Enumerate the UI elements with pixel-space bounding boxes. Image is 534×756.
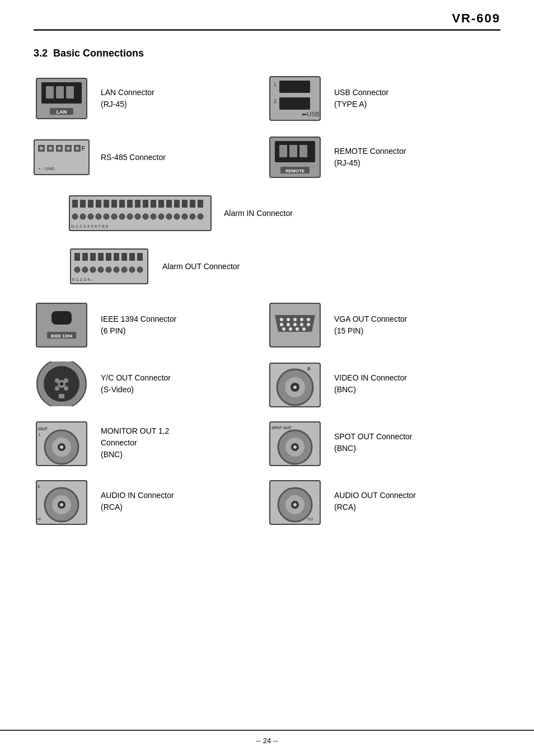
svg-text:F: F	[82, 145, 85, 152]
connector-row-1: LAN LAN Connector (RJ-45) 1 2 ⬅U	[34, 76, 500, 121]
svg-point-82	[98, 267, 104, 273]
lan-connector-svg: LAN	[36, 78, 87, 119]
svg-point-57	[119, 214, 125, 219]
connector-pair-audio-in: C AI AUDIO IN Connector (RCA)	[34, 479, 267, 524]
svg-point-66	[190, 214, 195, 219]
svg-text:9: 9	[307, 366, 310, 372]
connector-pair-usb: 1 2 ⬅USB USB Connector (TYPE A)	[267, 76, 500, 121]
connector-row-5: OUT 1 MONITOR OUT 1,2 Connector (BNC)	[34, 420, 500, 465]
audio-out-name: AUDIO OUT Connector	[334, 490, 424, 501]
svg-rect-75	[114, 253, 119, 261]
svg-rect-4	[66, 86, 74, 98]
ieee-name: IEEE 1394 Connector	[101, 313, 190, 325]
svg-point-143	[60, 503, 63, 506]
svg-text:IEEE 1394: IEEE 1394	[51, 334, 73, 339]
video-in-name: VIDEO IN Connector	[334, 372, 424, 384]
svg-point-97	[293, 318, 297, 321]
alarm-in-image: G 1 2 3 4 5 6 7 8 9	[67, 191, 213, 236]
audio-out-connector-svg: OU	[269, 478, 321, 525]
video-in-connector-svg: 9	[269, 360, 321, 408]
svg-point-136	[293, 445, 297, 449]
svg-text:+  -  GND: + - GND	[38, 166, 55, 171]
svg-point-61	[151, 214, 156, 219]
svg-rect-40	[119, 200, 125, 208]
svg-rect-29	[289, 145, 297, 157]
svg-rect-49	[190, 200, 195, 208]
connector-pair-yc: Y/C OUT Connector (S-Video)	[34, 361, 267, 406]
svg-text:LAN: LAN	[57, 109, 67, 115]
svg-point-96	[287, 318, 290, 321]
usb-connector-svg: 1 2 ⬅USB	[269, 76, 321, 121]
ieee-label: IEEE 1394 Connector (6 PIN)	[101, 313, 190, 337]
svg-rect-2	[46, 86, 54, 98]
page-title: VR-609	[452, 11, 500, 26]
svg-rect-39	[111, 200, 117, 208]
page-number: -- 24 --	[256, 736, 278, 745]
svg-point-53	[88, 214, 93, 219]
svg-point-113	[55, 386, 59, 391]
svg-rect-30	[299, 145, 307, 157]
svg-rect-3	[56, 86, 64, 98]
yc-label: Y/C OUT Connector (S-Video)	[101, 372, 190, 396]
svg-point-19	[58, 147, 61, 150]
svg-point-58	[127, 214, 133, 219]
svg-point-83	[106, 267, 111, 273]
video-in-label: VIDEO IN Connector (BNC)	[334, 372, 424, 396]
svg-rect-9	[279, 81, 310, 93]
svg-point-86	[129, 267, 135, 273]
remote-label: REMOTE Connector (RJ-45)	[334, 145, 424, 169]
spot-out-label: SPOT OUT Connector (BNC)	[334, 431, 424, 454]
ieee-image: IEEE 1394	[34, 303, 90, 348]
svg-rect-34	[72, 200, 78, 208]
svg-point-130	[60, 445, 63, 449]
ieee-detail: (6 PIN)	[101, 325, 190, 337]
svg-point-55	[104, 214, 109, 219]
svg-point-52	[80, 214, 86, 219]
connector-row-alarm-in: G 1 2 3 4 5 6 7 8 9 Alarm IN Connector	[34, 191, 500, 236]
svg-rect-43	[143, 200, 148, 208]
connector-pair-vga: VGA OUT Connector (15 PIN)	[267, 303, 500, 348]
svg-point-105	[282, 327, 285, 331]
audio-in-image: C AI	[34, 479, 90, 524]
svg-rect-47	[174, 200, 180, 208]
svg-point-67	[198, 214, 203, 219]
vga-name: VGA OUT Connector	[334, 313, 424, 325]
usb-label: USB Connector (TYPE A)	[334, 87, 424, 110]
svg-point-59	[135, 214, 140, 219]
usb-detail: (TYPE A)	[334, 98, 424, 110]
svg-point-63	[166, 214, 172, 219]
lan-detail: (RJ-45)	[101, 98, 190, 110]
svg-point-65	[182, 214, 188, 219]
svg-point-106	[289, 327, 292, 331]
svg-rect-44	[151, 200, 156, 208]
vga-label: VGA OUT Connector (15 PIN)	[334, 313, 424, 337]
svg-rect-37	[96, 200, 101, 208]
lan-name: LAN Connector	[101, 87, 190, 98]
svg-text:REMOTE: REMOTE	[285, 168, 305, 173]
svg-rect-72	[90, 253, 96, 261]
connector-pair-lan: LAN LAN Connector (RJ-45)	[34, 76, 267, 121]
svg-text:AI: AI	[38, 517, 41, 521]
alarm-in-name: Alarm IN Connector	[224, 208, 313, 219]
connector-pair-rs485: F + - GND RS-485 Connector	[34, 135, 267, 180]
rs485-name: RS-485 Connector	[101, 152, 190, 163]
connector-pair-remote: REMOTE REMOTE Connector (RJ-45)	[267, 135, 500, 180]
svg-rect-89	[36, 303, 87, 347]
svg-point-100	[280, 323, 283, 326]
vga-detail: (15 PIN)	[334, 325, 424, 337]
svg-text:⬅USB: ⬅USB	[302, 111, 320, 118]
lan-label: LAN Connector (RJ-45)	[101, 87, 190, 110]
spot-out-detail: (BNC)	[334, 443, 424, 454]
audio-in-label: AUDIO IN Connector (RCA)	[101, 490, 190, 513]
usb-name: USB Connector	[334, 87, 424, 98]
alarm-out-image: 0 1 2 3 4 -	[67, 244, 151, 289]
connector-row-4: Y/C OUT Connector (S-Video) 9 VIDEO IN C…	[34, 361, 500, 406]
svg-point-123	[293, 386, 297, 389]
section-number: 3.2	[34, 48, 48, 59]
svg-point-87	[137, 267, 143, 273]
page-footer: -- 24 --	[0, 730, 534, 745]
svg-point-101	[287, 323, 290, 326]
ieee-connector-svg: IEEE 1394	[36, 303, 87, 348]
svg-point-17	[49, 147, 52, 150]
vga-connector-svg	[269, 303, 321, 348]
